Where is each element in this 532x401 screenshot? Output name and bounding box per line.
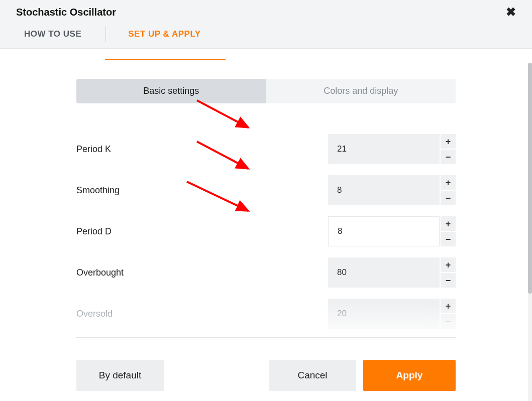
label-oversold: Oversold <box>76 309 328 319</box>
content-area: Basic settings Colors and display Period… <box>0 49 532 338</box>
settings-list: Period K + − Smoothing + − Period D <box>76 128 456 338</box>
dialog-header: Stochastic Oscillator ✖ HOW TO USE SET U… <box>0 0 532 49</box>
step-up-period-d[interactable]: + <box>441 216 456 231</box>
setting-row-period-k: Period K + − <box>76 128 456 170</box>
main-tabs: HOW TO USE SET UP & APPLY <box>0 22 532 48</box>
step-down-smoothing[interactable]: − <box>441 191 456 205</box>
close-icon[interactable]: ✖ <box>506 5 516 19</box>
tab-setup-apply[interactable]: SET UP & APPLY <box>128 29 225 48</box>
divider <box>76 337 456 338</box>
step-down-period-d[interactable]: − <box>441 232 456 246</box>
dialog-title: Stochastic Oscillator <box>16 7 116 18</box>
setting-row-overbought: Overbought + − <box>76 252 456 293</box>
svg-line-0 <box>197 100 248 127</box>
step-up-period-k[interactable]: + <box>441 134 456 149</box>
tab-how-to-use[interactable]: HOW TO USE <box>24 29 105 48</box>
step-down-overbought[interactable]: − <box>441 273 456 288</box>
input-overbought[interactable] <box>328 257 440 288</box>
by-default-button[interactable]: By default <box>76 360 164 391</box>
step-down-oversold[interactable]: − <box>441 314 456 329</box>
scrollbar-track[interactable] <box>528 63 532 401</box>
label-overbought: Overbought <box>76 268 328 278</box>
setting-row-smoothing: Smoothing + − <box>76 170 456 211</box>
tab-basic-settings[interactable]: Basic settings <box>76 79 266 103</box>
setting-row-oversold: Oversold + − <box>76 293 456 334</box>
tab-colors-display[interactable]: Colors and display <box>266 79 456 103</box>
tab-divider <box>105 26 106 42</box>
setting-row-period-d: Period D + − <box>76 211 456 252</box>
label-smoothing: Smoothing <box>76 185 328 196</box>
footer-buttons: By default Cancel Apply <box>0 338 532 391</box>
label-period-k: Period K <box>76 144 328 155</box>
step-up-overbought[interactable]: + <box>441 257 456 272</box>
settings-tabs: Basic settings Colors and display <box>76 79 456 103</box>
annotation-arrow-1 <box>196 99 253 130</box>
cancel-button[interactable]: Cancel <box>269 360 356 391</box>
step-down-period-k[interactable]: − <box>441 150 456 164</box>
step-up-oversold[interactable]: + <box>441 299 456 313</box>
label-period-d: Period D <box>76 226 328 237</box>
input-period-k[interactable] <box>328 134 440 164</box>
input-period-d[interactable] <box>328 216 440 246</box>
input-smoothing[interactable] <box>328 175 440 205</box>
scrollbar-thumb[interactable] <box>528 63 532 294</box>
input-oversold[interactable] <box>328 299 440 329</box>
apply-button[interactable]: Apply <box>363 360 456 391</box>
step-up-smoothing[interactable]: + <box>441 175 456 190</box>
